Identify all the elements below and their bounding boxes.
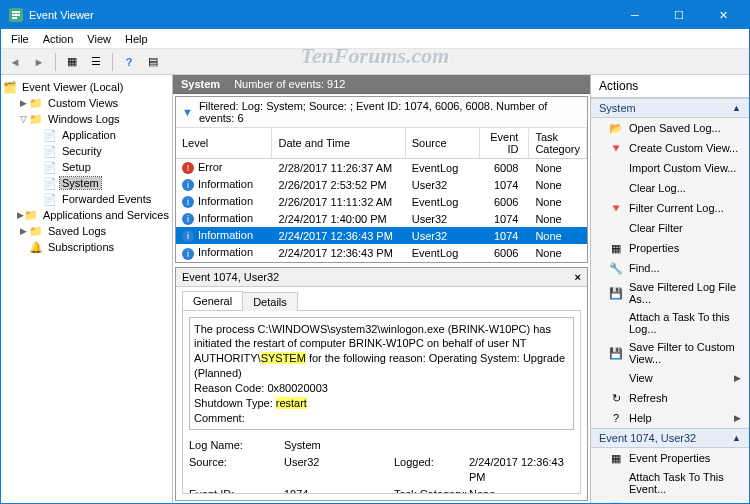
table-row[interactable]: iInformation2/24/2017 12:36:43 PMEventLo… (176, 244, 587, 261)
tab-details[interactable]: Details (242, 292, 298, 311)
maximize-button[interactable]: ☐ (657, 1, 701, 29)
event-grid[interactable]: Level Date and Time Source Event ID Task… (176, 128, 587, 262)
table-row[interactable]: iInformation2/24/2017 12:36:43 PMUser321… (176, 227, 587, 244)
expand-icon[interactable]: ▶ (17, 210, 24, 220)
attach2-icon (609, 476, 623, 490)
attach2-action[interactable]: Attach Task To This Event... (591, 468, 749, 498)
props-action[interactable]: ▦Properties (591, 238, 749, 258)
import-action[interactable]: Import Custom View... (591, 158, 749, 178)
action-label: Save Filter to Custom View... (629, 341, 741, 365)
minimize-button[interactable]: ─ (613, 1, 657, 29)
back-button[interactable]: ◄ (5, 52, 25, 72)
highlight-system: SYSTEM (261, 352, 306, 364)
savelog-action[interactable]: 💾Save Filtered Log File As... (591, 278, 749, 308)
clear-action[interactable]: Clear Log... (591, 178, 749, 198)
menu-help[interactable]: Help (119, 31, 154, 47)
tree-subscriptions[interactable]: 🔔Subscriptions (3, 239, 170, 255)
nav-tree[interactable]: 🗂️ Event Viewer (Local) ▶ 📁 Custom Views… (1, 75, 173, 503)
action-label: Open Saved Log... (629, 122, 721, 134)
actions-section-event[interactable]: Event 1074, User32▲ (591, 428, 749, 448)
menu-view[interactable]: View (81, 31, 117, 47)
table-row[interactable]: iInformation2/26/2017 11:11:32 AMEventLo… (176, 193, 587, 210)
refresh-icon: ↻ (609, 391, 623, 405)
chevron-right-icon: ▶ (734, 413, 741, 423)
col-eventid[interactable]: Event ID (479, 128, 529, 159)
help-icon: ? (609, 411, 623, 425)
table-row[interactable]: iInformation2/24/2017 1:40:00 PMUser3210… (176, 210, 587, 227)
tree-app-services[interactable]: ▶📁Applications and Services Logs (3, 207, 170, 223)
eventprops-action[interactable]: ▦Event Properties (591, 448, 749, 468)
panes-button[interactable]: ▦ (62, 52, 82, 72)
svg-rect-2 (12, 14, 20, 16)
find-icon: 🔧 (609, 261, 623, 275)
action-label: Import Custom View... (629, 162, 736, 174)
col-level[interactable]: Level (176, 128, 272, 159)
action-label: Clear Log... (629, 182, 686, 194)
action-label: Event Properties (629, 452, 710, 464)
copy-icon: 📄 (609, 501, 623, 503)
filter-bar: ▼ Filtered: Log: System; Source: ; Event… (176, 97, 587, 128)
tree-saved-logs[interactable]: ▶📁Saved Logs (3, 223, 170, 239)
col-source[interactable]: Source (405, 128, 479, 159)
list-button[interactable]: ☰ (86, 52, 106, 72)
savefilter-action[interactable]: 💾Save Filter to Custom View... (591, 338, 749, 368)
tree-windows-logs[interactable]: ▽ 📁 Windows Logs (3, 111, 170, 127)
tree-security[interactable]: 📄Security (3, 143, 170, 159)
col-taskcat[interactable]: Task Category (529, 128, 587, 159)
action-label: Help (629, 412, 652, 424)
collapse-icon[interactable]: ▽ (17, 114, 29, 124)
find-action[interactable]: 🔧Find... (591, 258, 749, 278)
log-icon: 📄 (43, 144, 57, 158)
level-icon: i (182, 179, 194, 191)
attach-action[interactable]: Attach a Task To this Log... (591, 308, 749, 338)
tree-root[interactable]: 🗂️ Event Viewer (Local) (3, 79, 170, 95)
app-icon (9, 8, 23, 22)
subscriptions-icon: 🔔 (29, 240, 43, 254)
tree-custom-views[interactable]: ▶ 📁 Custom Views (3, 95, 170, 111)
copy-action[interactable]: 📄Copy▶ (591, 498, 749, 503)
import-icon (609, 161, 623, 175)
filter-action[interactable]: 🔻Filter Current Log... (591, 198, 749, 218)
tree-system[interactable]: 📄System (3, 175, 170, 191)
action-label: Attach Task To This Event... (629, 471, 741, 495)
actions-section-system[interactable]: System▲ (591, 98, 749, 118)
table-row[interactable]: !Error2/28/2017 11:26:37 AMEventLog6008N… (176, 159, 587, 177)
action-label: Create Custom View... (629, 142, 738, 154)
menu-file[interactable]: File (5, 31, 35, 47)
col-date[interactable]: Date and Time (272, 128, 405, 159)
view-action[interactable]: View▶ (591, 368, 749, 388)
level-icon: ! (182, 162, 194, 174)
help-action[interactable]: ?Help▶ (591, 408, 749, 428)
action-button[interactable]: ▤ (143, 52, 163, 72)
create-action[interactable]: 🔻Create Custom View... (591, 138, 749, 158)
table-header-row[interactable]: Level Date and Time Source Event ID Task… (176, 128, 587, 159)
actions-title: Actions (591, 75, 749, 98)
tree-setup[interactable]: 📄Setup (3, 159, 170, 175)
open-action[interactable]: 📂Open Saved Log... (591, 118, 749, 138)
event-message: The process C:\WINDOWS\system32\winlogon… (189, 317, 574, 431)
menubar: File Action View Help (1, 29, 749, 49)
refresh-action[interactable]: ↻Refresh (591, 388, 749, 408)
close-button[interactable]: ✕ (701, 1, 745, 29)
tree-application[interactable]: 📄Application (3, 127, 170, 143)
action-label: Properties (629, 242, 679, 254)
expand-icon[interactable]: ▶ (17, 226, 29, 236)
help-button[interactable]: ? (119, 52, 139, 72)
level-icon: i (182, 230, 194, 242)
expand-icon[interactable]: ▶ (17, 98, 29, 108)
folder-icon: 📁 (29, 112, 43, 126)
filter-text: Filtered: Log: System; Source: ; Event I… (199, 100, 581, 124)
tab-general[interactable]: General (182, 291, 243, 310)
table-row[interactable]: iInformation2/26/2017 2:53:52 PMUser3210… (176, 176, 587, 193)
menu-action[interactable]: Action (37, 31, 80, 47)
detail-title: Event 1074, User32 (182, 271, 279, 283)
action-label: Attach a Task To this Log... (629, 311, 741, 335)
filter-icon: 🔻 (609, 201, 623, 215)
clearfilter-action[interactable]: Clear Filter (591, 218, 749, 238)
level-icon: i (182, 248, 194, 260)
action-label: Save Filtered Log File As... (629, 281, 741, 305)
tree-forwarded[interactable]: 📄Forwarded Events (3, 191, 170, 207)
view-icon (609, 371, 623, 385)
folder-icon: 📁 (29, 224, 43, 238)
detail-close-button[interactable]: × (575, 271, 581, 283)
